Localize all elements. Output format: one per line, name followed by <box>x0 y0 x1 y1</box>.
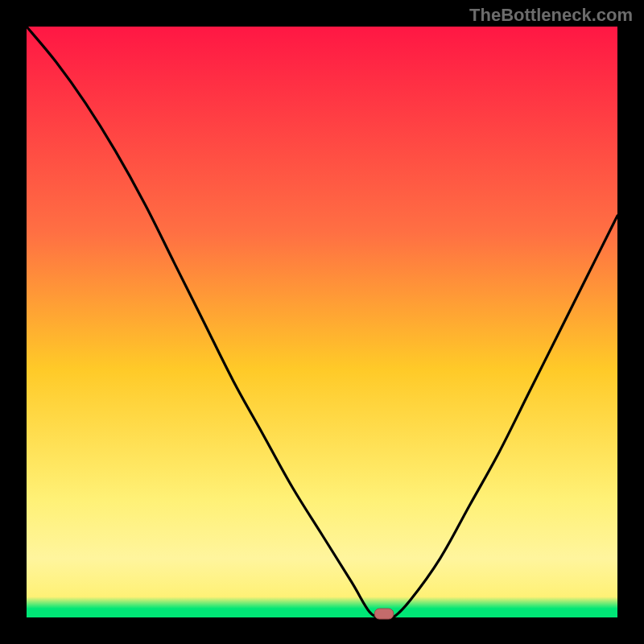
watermark-text: TheBottleneck.com <box>469 5 633 26</box>
optimal-marker <box>374 609 393 619</box>
plot-background <box>27 27 617 617</box>
bottleneck-chart <box>0 0 644 644</box>
chart-frame: { "watermark": "TheBottleneck.com", "col… <box>0 0 644 644</box>
